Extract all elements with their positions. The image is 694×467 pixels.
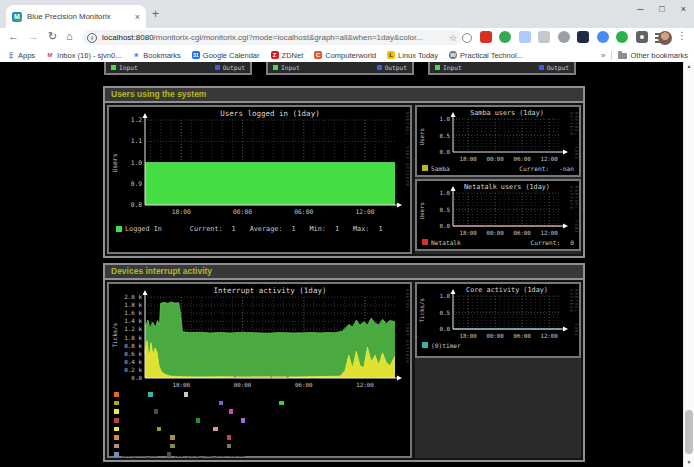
svg-text:0.2 k: 0.2 k xyxy=(124,367,142,373)
star-icon: ★ xyxy=(132,51,140,59)
interrupt-legend-item: (8)rtc0 xyxy=(114,391,139,398)
extensions-puzzle-icon[interactable] xyxy=(636,31,648,43)
site-info-icon[interactable]: i xyxy=(87,33,97,43)
input-legend-swatch xyxy=(111,65,116,70)
interrupt-legend-item: (125)eno1 xyxy=(196,417,232,424)
interrupt-legend-item: (9)acpi xyxy=(148,391,174,398)
scrollbar-thumb[interactable] xyxy=(685,410,693,454)
legend-swatch xyxy=(213,427,218,432)
svg-text:12:00: 12:00 xyxy=(356,382,374,388)
bookmark-wordpress[interactable]: WPractical Technol... xyxy=(449,51,523,60)
legend-swatch xyxy=(422,165,428,171)
svg-text:1.0 k: 1.0 k xyxy=(124,335,142,341)
url-text: localhost:8080/monitorix-cgi/monitorix.c… xyxy=(102,33,445,42)
window-controls: ─ □ × xyxy=(637,4,686,14)
address-bar[interactable]: i localhost:8080/monitorix-cgi/monitorix… xyxy=(82,30,462,45)
bookmark-computerworld[interactable]: CComputerworld xyxy=(314,51,376,60)
rrdtool-watermark: RRDTOOL / TOBI OETIKER xyxy=(405,289,410,364)
screenshot-ext-icon[interactable] xyxy=(577,31,589,43)
interrupt-legend-item: (137)snd_hda_intel:card0 xyxy=(167,451,245,458)
input-legend-swatch xyxy=(273,65,278,70)
scroll-down-arrow-icon[interactable]: ▼ xyxy=(684,458,694,467)
interrupt-legend-item: (135)nvme0q8 xyxy=(227,443,274,450)
bookmark-calendar[interactable]: 31Google Calendar xyxy=(192,51,260,60)
interrupt-legend-item: (122)aerdrv, pcie-dpc xyxy=(154,408,220,415)
bookmark-gmail[interactable]: MInbox (16) - sjvn0... xyxy=(46,51,121,60)
interrupt-legend-item: (134)nvme0q7 xyxy=(170,443,217,450)
apps-grid-icon: ⣿ xyxy=(7,51,15,59)
svg-text:Samba users (1day): Samba users (1day) xyxy=(470,109,544,117)
interrupt-legend-item: (14)INT3450:00 xyxy=(184,391,235,398)
svg-text:1.0: 1.0 xyxy=(440,190,451,196)
search-ext-icon[interactable] xyxy=(462,33,472,43)
svg-text:1.1: 1.1 xyxy=(131,137,143,144)
net-graph-panel-cutoff[interactable]: Input Output xyxy=(104,62,252,75)
copy-pages-ext-icon[interactable] xyxy=(519,31,531,43)
legend-swatch xyxy=(184,392,189,397)
interrupt-legend-item: (128)nvme0q1 xyxy=(157,425,204,432)
graph-netatalk-users[interactable]: Netatalk users (1day)Users0.00.51.018:00… xyxy=(415,179,581,251)
legend-swatch xyxy=(241,418,246,423)
legend-swatch xyxy=(229,409,234,414)
bookmark-zdnet[interactable]: ZZDNet xyxy=(271,51,304,60)
new-tab-button[interactable]: + xyxy=(152,7,159,21)
bookmarks-bar: ⣿AppsMInbox (16) - sjvn0...★Bookmarks31G… xyxy=(0,48,694,63)
samba-users-legend: SambaCurrent:-nan xyxy=(417,165,579,172)
svg-text:12:00: 12:00 xyxy=(356,208,375,215)
browser-window: M Blue Precision Monitorix × + ─ □ × ← →… xyxy=(0,0,694,467)
bookmark-linux-today[interactable]: LLinux Today xyxy=(387,51,438,60)
output-legend-swatch xyxy=(539,65,544,70)
users-logged-in-chart: Users logged in (1day)Users0.80.91.01.11… xyxy=(109,107,410,220)
tab-close-icon[interactable]: × xyxy=(135,12,140,22)
svg-text:1.2: 1.2 xyxy=(131,116,143,123)
page-scrollbar[interactable]: ▲ ▼ xyxy=(683,62,694,467)
rrdtool-watermark: RRDTOOL / TOBI OETIKER xyxy=(569,112,579,175)
legend-swatch xyxy=(170,435,175,440)
home-button[interactable]: ⌂ xyxy=(66,30,73,42)
svg-text:Users: Users xyxy=(111,153,118,172)
legend-swatch xyxy=(219,401,224,406)
close-button[interactable]: × xyxy=(681,4,686,14)
interrupt-legend-item: (130)nvme0q3 xyxy=(114,434,161,441)
mail-checker-ext-icon[interactable] xyxy=(480,31,492,43)
browser-tab[interactable]: M Blue Precision Monitorix × xyxy=(6,5,146,28)
calendar-icon: 31 xyxy=(192,51,200,59)
svg-text:00:00: 00:00 xyxy=(486,156,504,162)
net-graph-panel-cutoff[interactable]: Input Output xyxy=(428,62,576,75)
bookmark-star-icon[interactable]: ☆ xyxy=(449,33,457,43)
minimize-button[interactable]: ─ xyxy=(637,4,643,14)
profile-avatar[interactable] xyxy=(658,31,672,45)
graph-core-activity[interactable]: Core activity (1day)Ticks/s0.00.51.018:0… xyxy=(415,282,581,358)
frame-ext-icon[interactable] xyxy=(538,31,550,43)
back-button[interactable]: ← xyxy=(8,30,19,42)
legend-swatch xyxy=(227,444,232,449)
browser-menu-icon[interactable]: ⋮ xyxy=(677,30,687,41)
maximize-button[interactable]: □ xyxy=(659,4,664,14)
bookmark-star[interactable]: ★Bookmarks xyxy=(132,51,181,60)
legend-swatch xyxy=(114,418,119,423)
graph-interrupt-activity[interactable]: Interrupt activity (1day)Ticks/s0.00.2 k… xyxy=(107,282,412,458)
bookmarks-overflow-chevron[interactable]: » xyxy=(601,51,605,60)
legend-swatch xyxy=(196,418,201,423)
scroll-up-arrow-icon[interactable]: ▲ xyxy=(684,62,694,71)
green-call-ext-icon[interactable] xyxy=(616,31,628,43)
svg-text:Users logged in (1day): Users logged in (1day) xyxy=(220,109,319,118)
other-bookmarks-button[interactable]: Other bookmarks xyxy=(618,51,688,60)
bookmarks-list: ⣿AppsMInbox (16) - sjvn0...★Bookmarks31G… xyxy=(0,51,601,60)
eye-ext-icon[interactable] xyxy=(558,31,570,43)
graph-users-logged-in[interactable]: Users logged in (1day)Users0.80.91.01.11… xyxy=(107,105,412,254)
graph-samba-users[interactable]: Samba users (1day)Users0.00.51.018:0000:… xyxy=(415,105,581,177)
svg-text:12:00: 12:00 xyxy=(540,230,558,236)
bookmark-apps-grid[interactable]: ⣿Apps xyxy=(7,51,35,60)
net-graph-panel-cutoff[interactable]: Input Output xyxy=(266,62,414,75)
svg-text:0.8: 0.8 xyxy=(131,201,143,208)
voice-ext-icon[interactable] xyxy=(499,31,511,43)
legend-swatch xyxy=(279,401,284,406)
chat-bubble-ext-icon[interactable] xyxy=(597,31,609,43)
zdnet-icon: Z xyxy=(271,51,279,59)
forward-button[interactable]: → xyxy=(28,30,39,42)
reload-button[interactable]: ↻ xyxy=(48,30,57,43)
svg-text:0.0: 0.0 xyxy=(440,223,451,229)
svg-text:0.0: 0.0 xyxy=(131,375,142,381)
section-users: Users using the system Users logged in (… xyxy=(103,86,585,258)
